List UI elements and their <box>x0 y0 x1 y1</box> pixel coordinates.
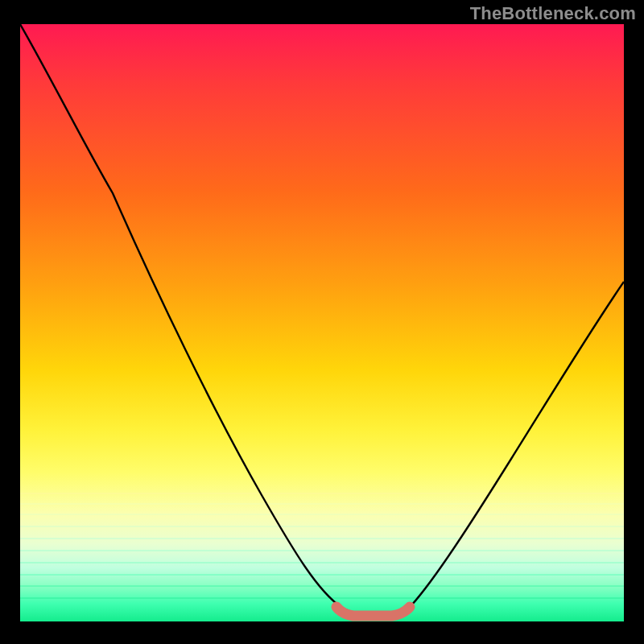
chart-svg <box>20 24 624 621</box>
bottleneck-curve <box>20 24 624 616</box>
chart-frame: TheBottleneck.com <box>0 0 644 644</box>
flat-bottom-marker <box>336 607 410 616</box>
watermark-text: TheBottleneck.com <box>470 3 636 24</box>
